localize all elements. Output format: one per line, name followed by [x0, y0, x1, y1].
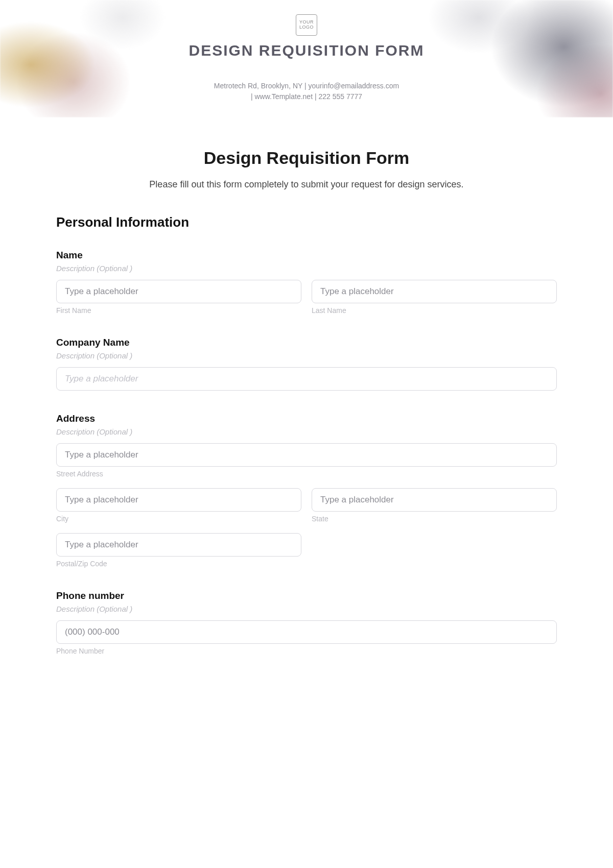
field-group-address: Address Description (Optional ) Street A… — [56, 413, 557, 568]
postal-input[interactable] — [56, 533, 301, 557]
city-input[interactable] — [56, 488, 301, 512]
state-input[interactable] — [312, 488, 557, 512]
hero-meta-line-1: Metrotech Rd, Brooklyn, NY | yourinfo@em… — [0, 81, 613, 91]
phone-description: Description (Optional ) — [56, 605, 557, 613]
logo-placeholder: YOUR LOGO — [296, 14, 317, 36]
phone-label: Phone number — [56, 590, 557, 601]
field-group-name: Name Description (Optional ) First Name … — [56, 250, 557, 315]
street-sublabel: Street Address — [56, 470, 557, 478]
phone-input[interactable] — [56, 620, 557, 644]
phone-sublabel: Phone Number — [56, 647, 557, 655]
form-content: Design Requisition Form Please fill out … — [0, 117, 613, 698]
last-name-input[interactable] — [312, 280, 557, 303]
postal-sublabel: Postal/Zip Code — [56, 560, 301, 568]
last-name-sublabel: Last Name — [312, 306, 557, 315]
field-group-company: Company Name Description (Optional ) — [56, 337, 557, 391]
company-input[interactable] — [56, 367, 557, 391]
company-description: Description (Optional ) — [56, 351, 557, 360]
hero-banner: YOUR LOGO DESIGN REQUISITION FORM Metrot… — [0, 0, 613, 117]
street-input[interactable] — [56, 443, 557, 467]
hero-meta-line-2: | www.Template.net | 222 555 7777 — [0, 91, 613, 102]
page-intro: Please fill out this form completely to … — [56, 179, 557, 190]
address-label: Address — [56, 413, 557, 424]
first-name-input[interactable] — [56, 280, 301, 303]
name-label: Name — [56, 250, 557, 261]
state-sublabel: State — [312, 515, 557, 523]
page-title: Design Requisition Form — [56, 148, 557, 168]
hero-title: DESIGN REQUISITION FORM — [0, 42, 613, 59]
field-group-phone: Phone number Description (Optional ) Pho… — [56, 590, 557, 655]
address-description: Description (Optional ) — [56, 427, 557, 436]
company-label: Company Name — [56, 337, 557, 348]
name-description: Description (Optional ) — [56, 264, 557, 273]
section-personal-info: Personal Information — [56, 214, 557, 230]
hero-contact-info: Metrotech Rd, Brooklyn, NY | yourinfo@em… — [0, 81, 613, 102]
city-sublabel: City — [56, 515, 301, 523]
first-name-sublabel: First Name — [56, 306, 301, 315]
